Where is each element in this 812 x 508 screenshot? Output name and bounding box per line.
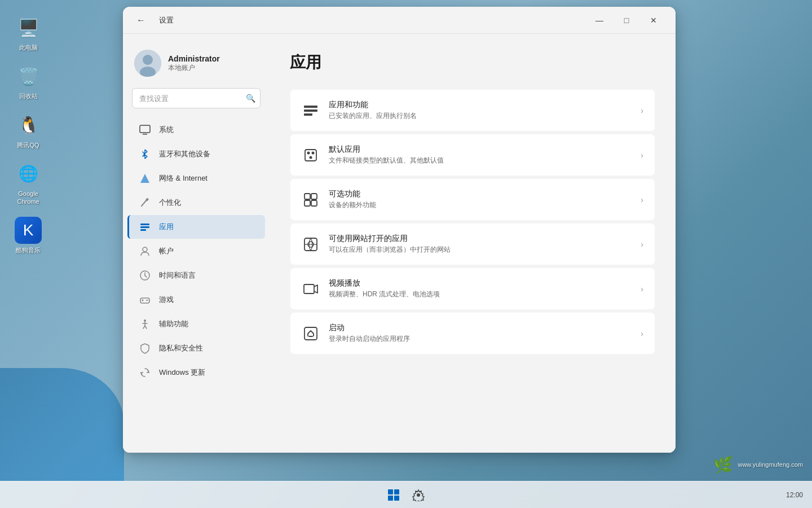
- default-apps-desc: 文件和链接类型的默认值、其他默认值: [329, 156, 632, 165]
- update-icon: [139, 366, 151, 379]
- system-label: 系统: [159, 125, 174, 135]
- corner-decoration: [0, 368, 124, 481]
- svg-rect-27: [304, 113, 312, 116]
- sidebar-item-time[interactable]: 时间和语言: [127, 264, 265, 287]
- svg-rect-40: [304, 327, 317, 340]
- apps-features-icon: [302, 102, 320, 120]
- main-content: Administrator 本地账户 🔍 系统: [123, 34, 676, 453]
- accounts-label: 帐户: [159, 246, 174, 256]
- svg-rect-39: [304, 284, 314, 294]
- video-desc: 视频调整、HDR 流式处理、电池选项: [329, 290, 632, 299]
- time-icon: [139, 269, 151, 282]
- minimize-button[interactable]: —: [586, 11, 612, 29]
- computer-label: 此电脑: [19, 43, 38, 51]
- sidebar-item-accessibility[interactable]: 辅助功能: [127, 312, 265, 336]
- computer-icon: 🖥️: [15, 14, 42, 41]
- web-apps-text: 可使用网站打开的应用 可以在应用（而非浏览器）中打开的网站: [329, 234, 632, 255]
- search-icon[interactable]: 🔍: [245, 93, 256, 104]
- back-button[interactable]: ←: [132, 11, 150, 29]
- settings-item-startup[interactable]: 启动 登录时自动启动的应用程序 ›: [290, 312, 655, 354]
- sidebar-item-system[interactable]: 系统: [127, 118, 265, 142]
- sidebar-item-privacy[interactable]: 隐私和安全性: [127, 336, 265, 360]
- svg-rect-43: [394, 489, 399, 494]
- settings-list: 应用和功能 已安装的应用、应用执行别名 › 默认应用 文件和链接类型的默认值、其…: [290, 89, 655, 354]
- recycle-label: 回收站: [19, 92, 38, 100]
- optional-desc: 设备的额外功能: [329, 200, 632, 210]
- icon-recycle[interactable]: 🗑️ 回收站: [6, 60, 51, 103]
- video-chevron: ›: [641, 284, 643, 294]
- search-box: 🔍: [132, 88, 261, 108]
- svg-point-18: [146, 300, 147, 301]
- svg-rect-8: [140, 224, 149, 225]
- svg-point-29: [307, 151, 310, 154]
- optional-chevron: ›: [641, 195, 643, 204]
- sidebar-item-update[interactable]: Windows 更新: [127, 361, 265, 384]
- music-icon: K: [15, 217, 42, 244]
- svg-rect-28: [305, 150, 316, 161]
- web-apps-desc: 可以在应用（而非浏览器）中打开的网站: [329, 245, 632, 255]
- settings-item-video[interactable]: 视频播放 视频调整、HDR 流式处理、电池选项 ›: [290, 268, 655, 310]
- svg-rect-25: [304, 106, 317, 108]
- web-apps-title: 可使用网站打开的应用: [329, 234, 632, 244]
- network-icon: [139, 172, 151, 185]
- user-info: Administrator 本地账户: [168, 54, 220, 73]
- user-name: Administrator: [168, 54, 220, 63]
- qq-label: 腾讯QQ: [17, 141, 39, 149]
- settings-item-apps-features[interactable]: 应用和功能 已安装的应用、应用执行别名 ›: [290, 89, 655, 132]
- sidebar-item-bluetooth[interactable]: 蓝牙和其他设备: [127, 142, 265, 166]
- svg-rect-32: [304, 194, 310, 199]
- user-type: 本地账户: [168, 63, 220, 73]
- personalize-label: 个性化: [159, 198, 181, 208]
- svg-line-14: [145, 275, 147, 277]
- content-area: 应用 应用和功能 已安装的应用、应用执行别名 ›: [270, 34, 676, 453]
- music-label: 酷狗音乐: [16, 246, 41, 254]
- taskbar-time: 12:00: [786, 491, 803, 499]
- startup-desc: 登录时自动启动的应用程序: [329, 334, 632, 344]
- svg-point-31: [310, 156, 312, 159]
- taskbar-right: 12:00: [786, 491, 803, 499]
- svg-rect-45: [394, 496, 399, 501]
- video-icon: [302, 280, 320, 298]
- sidebar-item-network[interactable]: 网络 & Internet: [127, 167, 265, 190]
- games-icon: [139, 294, 151, 306]
- sidebar-item-games[interactable]: 游戏: [127, 288, 265, 312]
- settings-item-default-apps[interactable]: 默认应用 文件和链接类型的默认值、其他默认值 ›: [290, 134, 655, 176]
- taskbar-settings[interactable]: [407, 484, 430, 506]
- user-profile[interactable]: Administrator 本地账户: [123, 43, 270, 88]
- maximize-button[interactable]: □: [614, 11, 639, 29]
- bluetooth-label: 蓝牙和其他设备: [159, 149, 210, 159]
- window-title: 设置: [159, 15, 174, 25]
- start-button[interactable]: [382, 484, 405, 506]
- personalize-icon: [139, 196, 151, 209]
- startup-title: 启动: [329, 323, 632, 333]
- startup-text: 启动 登录时自动启动的应用程序: [329, 323, 632, 344]
- svg-rect-26: [304, 110, 317, 112]
- startup-chevron: ›: [641, 329, 643, 338]
- games-label: 游戏: [159, 295, 174, 305]
- startup-icon: [302, 325, 320, 343]
- apps-label: 应用: [159, 222, 174, 232]
- icon-chrome[interactable]: 🌐 Google Chrome: [6, 157, 51, 209]
- icon-music[interactable]: K 酷狗音乐: [6, 214, 51, 257]
- title-bar: ← 设置 — □ ✕: [123, 7, 676, 34]
- close-button[interactable]: ✕: [641, 11, 667, 29]
- icon-computer[interactable]: 🖥️ 此电脑: [6, 11, 51, 54]
- settings-item-optional[interactable]: 可选功能 设备的额外功能 ›: [290, 178, 655, 221]
- sidebar-item-apps[interactable]: 应用: [127, 215, 265, 239]
- sidebar-nav: 系统 蓝牙和其他设备 网络 & Internet: [123, 117, 270, 385]
- search-input[interactable]: [132, 88, 261, 108]
- default-apps-icon: [302, 146, 320, 164]
- sidebar-item-personalize[interactable]: 个性化: [127, 191, 265, 214]
- web-apps-chevron: ›: [641, 240, 643, 249]
- sidebar-item-accounts[interactable]: 帐户: [127, 239, 265, 263]
- svg-rect-42: [388, 489, 393, 494]
- chrome-icon: 🌐: [15, 160, 42, 187]
- apps-features-text: 应用和功能 已安装的应用、应用执行别名: [329, 100, 632, 121]
- svg-point-19: [147, 300, 148, 301]
- settings-item-web-apps[interactable]: 可使用网站打开的应用 可以在应用（而非浏览器）中打开的网站 ›: [290, 223, 655, 265]
- svg-rect-33: [311, 194, 317, 199]
- icon-qq[interactable]: 🐧 腾讯QQ: [6, 109, 51, 152]
- apps-features-desc: 已安装的应用、应用执行别名: [329, 111, 632, 121]
- svg-point-30: [312, 151, 315, 154]
- update-label: Windows 更新: [159, 367, 205, 378]
